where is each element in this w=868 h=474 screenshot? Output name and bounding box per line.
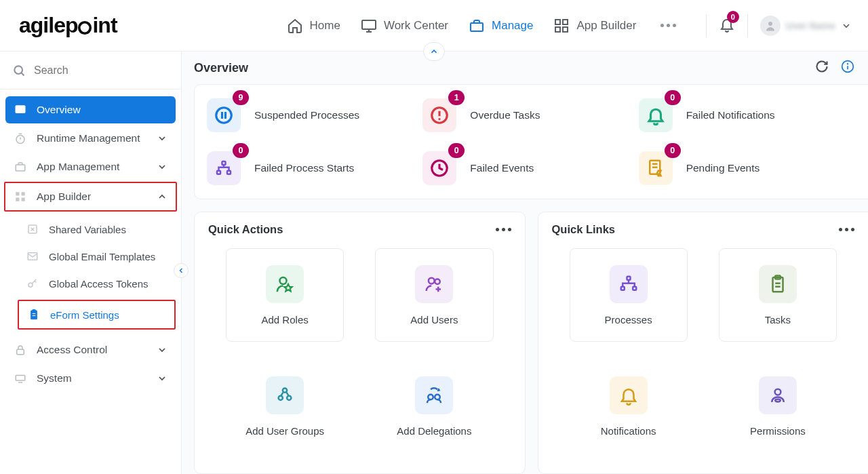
sidebar-item-app-management[interactable]: App Management [5,153,176,180]
refresh-icon[interactable] [815,60,829,73]
tile-processes[interactable]: Processes [570,248,688,342]
stat-pending[interactable]: 0Pending Events [639,151,854,185]
sidebar-sub-label: Shared Variables [49,224,126,235]
sidebar-sub-email-templates[interactable]: Global Email Templates [18,243,176,270]
notification-count-badge: 0 [727,11,739,23]
sidebar-item-overview[interactable]: Overview [5,96,176,123]
svg-point-35 [216,108,232,123]
sidebar-item-access-control[interactable]: Access Control [5,336,176,363]
sidebar-sub-access-tokens[interactable]: Global Access Tokens [18,270,176,297]
sidebar-item-app-builder[interactable]: App Builder [5,183,176,210]
sidebar-item-runtime[interactable]: Runtime Management [5,125,176,152]
svg-rect-20 [22,198,25,201]
svg-rect-4 [471,23,483,31]
tile-add-users[interactable]: Add Users [375,248,493,342]
svg-point-0 [79,22,91,34]
svg-rect-41 [222,161,226,165]
highlight-box-app-builder: App Builder [4,182,177,212]
tile-label: Tasks [765,314,791,325]
key-icon [26,277,39,290]
tile-add-user-groups[interactable]: Add User Groups [226,359,344,453]
svg-rect-58 [627,276,630,279]
sidebar-item-label: System [37,372,72,384]
nav-home[interactable]: Home [287,18,340,34]
svg-rect-7 [555,27,560,32]
stat-chart[interactable]: 0Failed Process Starts [207,151,422,185]
monitor-icon [361,18,377,34]
svg-rect-1 [362,20,376,29]
sidebar-sub-label: Global Email Templates [49,251,155,262]
panel-menu[interactable] [839,228,854,231]
overview-icon [14,103,27,117]
tile-label: Add User Groups [245,425,324,437]
panel-menu[interactable] [496,228,511,231]
stat-icon: 0 [639,98,673,132]
sidebar-item-system[interactable]: System [5,365,176,392]
user-menu[interactable]: User Name [760,16,852,36]
tile-label: Add Roles [262,314,309,325]
nav-app-builder-label: App Builder [576,19,636,33]
svg-rect-8 [563,27,568,32]
tile-tasks[interactable]: Tasks [719,248,837,342]
sidebar-item-label: App Management [37,161,119,173]
notifications-button[interactable]: 0 [719,16,735,35]
home-icon [287,18,303,34]
topbar: agilepint Home Work Center Manage App Bu… [0,0,868,52]
svg-point-48 [280,277,287,284]
stat-label: Overdue Tasks [470,109,540,121]
stopwatch-icon [14,132,27,145]
tile-icon [610,265,648,303]
stat-alert[interactable]: 1Overdue Tasks [422,98,638,132]
nav-app-builder[interactable]: App Builder [553,18,636,34]
sidebar-item-label: Access Control [37,344,107,356]
tile-label: Notifications [601,425,656,437]
svg-rect-18 [22,192,25,195]
stat-icon: 0 [639,151,673,185]
divider [747,14,748,37]
svg-rect-6 [563,20,568,24]
email-icon [26,250,39,263]
stat-icon: 1 [422,98,456,132]
tile-icon [610,376,648,414]
svg-point-54 [279,395,283,399]
svg-line-11 [21,73,24,75]
stat-label: Failed Process Starts [254,162,354,174]
info-icon[interactable] [841,60,854,76]
tile-label: Permissions [750,425,806,437]
sidebar-sub-shared-variables[interactable]: Shared Variables [18,216,176,243]
nav-more[interactable] [660,24,676,27]
svg-rect-16 [16,165,25,171]
sidebar-sub-label: Global Access Tokens [49,278,148,290]
tile-label: Processes [605,314,652,325]
svg-rect-19 [16,198,19,201]
stat-icon: 9 [207,98,241,132]
briefcase-icon [469,18,485,34]
stat-pause[interactable]: 9Suspended Processes [207,98,422,132]
stat-clock[interactable]: 0Failed Events [422,151,638,185]
tile-permissions[interactable]: Permissions [719,359,837,453]
nav-work-center[interactable]: Work Center [361,18,448,34]
svg-point-34 [848,64,848,64]
tile-add-roles[interactable]: Add Roles [226,248,344,342]
tile-add-delegations[interactable]: Add Delegations [375,359,493,453]
sidebar-sub-eform-settings[interactable]: eForm Settings [19,301,174,328]
svg-point-50 [435,279,441,284]
nav-manage[interactable]: Manage [469,18,533,34]
stat-icon: 0 [422,151,456,185]
page-title: Overview [194,61,248,75]
briefcase-icon [14,160,27,174]
nav-work-center-label: Work Center [384,19,448,33]
user-name: User Name [786,20,835,31]
search-input[interactable] [34,64,170,77]
sidebar-search[interactable] [0,52,181,90]
sidebar-sublist: Shared Variables Global Email Templates … [5,216,176,332]
top-collapse-button[interactable] [423,42,445,61]
stat-bell[interactable]: 0Failed Notifications [639,98,854,132]
tile-icon [759,265,797,303]
stat-count-badge: 1 [448,90,465,105]
tile-icon [266,265,304,303]
server-icon [14,372,27,385]
tile-notifications[interactable]: Notifications [570,359,688,453]
divider [706,14,707,37]
sidebar-collapse-button[interactable] [174,263,189,278]
